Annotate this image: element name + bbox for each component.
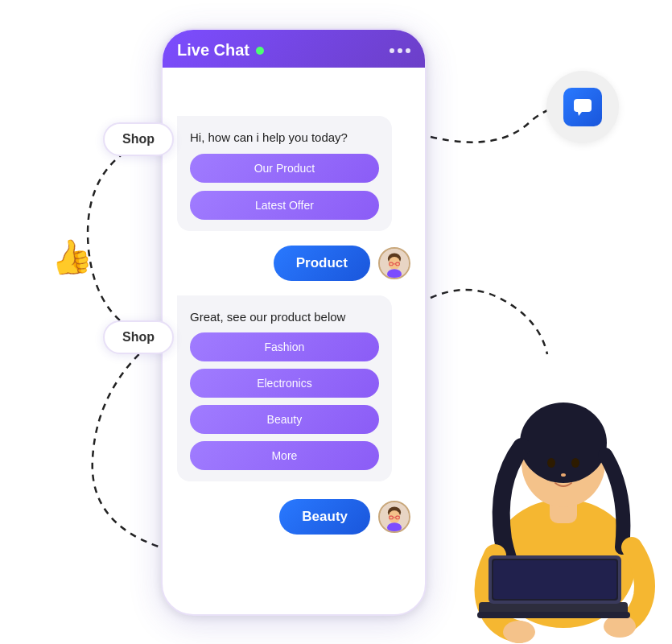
chat-header: Live Chat [163, 30, 425, 68]
our-product-button[interactable]: Our Product [190, 154, 379, 183]
more-button[interactable]: More [190, 441, 379, 470]
thumbs-up-icon: 👍 [47, 234, 95, 280]
dots-menu[interactable] [390, 48, 410, 53]
woman-svg [414, 306, 672, 644]
user-bubble-1: Product [274, 246, 370, 281]
bot-message-1: Hi, how can i help you today? Our Produc… [177, 116, 392, 231]
chat-bubble-icon [571, 96, 594, 118]
scene: 👍 Shop Shop Live Chat [0, 0, 672, 644]
phone-mockup: Live Chat Hi, how can i help you today? … [161, 28, 427, 616]
svg-rect-29 [477, 612, 630, 618]
user-message-row-1: Product [177, 246, 410, 281]
dot-3 [406, 48, 410, 53]
avatar-svg-2 [380, 502, 409, 531]
svg-point-19 [520, 402, 607, 483]
chat-title-label: Live Chat [177, 41, 249, 60]
user-avatar-1 [378, 247, 410, 279]
svg-rect-28 [493, 560, 616, 599]
user-message-row-2: Beauty [177, 499, 410, 535]
bot-text-2: Great, see our product below [190, 308, 379, 325]
svg-point-20 [547, 458, 555, 468]
svg-point-24 [604, 615, 636, 638]
user-bubble-2: Beauty [279, 499, 370, 535]
bot-text-1: Hi, how can i help you today? [190, 129, 379, 146]
svg-point-21 [571, 458, 579, 468]
avatar-svg-1 [380, 249, 409, 278]
shop-badge-2[interactable]: Shop [103, 320, 174, 354]
chat-area: Hi, how can i help you today? Our Produc… [177, 116, 410, 600]
svg-point-11 [389, 510, 400, 523]
svg-point-4 [389, 257, 400, 270]
user-avatar-2 [378, 501, 410, 533]
shop-badge-1-label: Shop [122, 132, 155, 146]
latest-offer-button[interactable]: Latest Offer [190, 191, 379, 220]
chat-icon-inner [563, 88, 602, 126]
svg-marker-1 [578, 112, 582, 116]
online-indicator [256, 47, 264, 55]
svg-point-23 [503, 621, 535, 643]
chat-title-text: Live Chat [177, 41, 264, 60]
svg-rect-0 [574, 99, 592, 112]
chat-icon-circle [546, 71, 619, 143]
shop-badge-1[interactable]: Shop [103, 122, 174, 156]
woman-illustration [414, 306, 672, 644]
dot-2 [398, 48, 402, 53]
phone-inner: Live Chat Hi, how can i help you today? … [163, 30, 425, 614]
electronics-button[interactable]: Electronics [190, 369, 379, 398]
beauty-button[interactable]: Beauty [190, 405, 379, 434]
bot-message-2: Great, see our product below Fashion Ele… [177, 295, 392, 481]
shop-badge-2-label: Shop [122, 330, 155, 344]
fashion-button[interactable]: Fashion [190, 332, 379, 361]
dot-1 [390, 48, 394, 53]
svg-point-22 [561, 473, 566, 477]
